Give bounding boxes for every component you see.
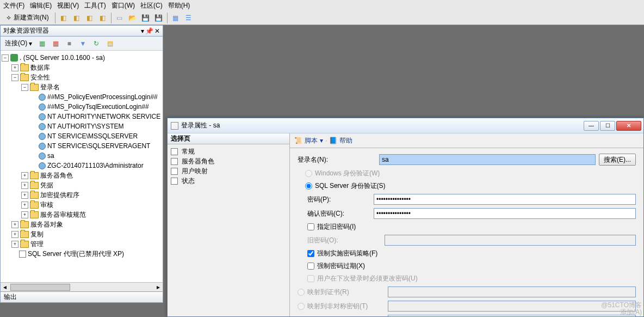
connect-button[interactable]: 连接(O) ▾ bbox=[3, 38, 34, 49]
tree-node-crypto[interactable]: +加密提供程序 bbox=[2, 190, 162, 200]
tree-login-item[interactable]: NT AUTHORITY\NETWORK SERVICE bbox=[2, 112, 162, 121]
tree-node-databases[interactable]: +数据库 bbox=[2, 63, 162, 72]
menu-file[interactable]: 文件(F) bbox=[3, 1, 24, 10]
tree-label: 加密提供程序 bbox=[40, 191, 79, 200]
script-button[interactable]: 📜脚本 ▾ bbox=[294, 136, 323, 145]
toolbar-btn-1[interactable]: ◧ bbox=[58, 12, 70, 24]
expand-icon[interactable]: + bbox=[21, 192, 28, 199]
toolbar-btn-7[interactable]: 💾 bbox=[140, 12, 152, 24]
tree-login-item[interactable]: sa bbox=[2, 151, 162, 161]
menu-view[interactable]: 视图(V) bbox=[57, 1, 79, 10]
toolbar-btn-5[interactable]: ▭ bbox=[114, 12, 126, 24]
sqlauth-radio[interactable] bbox=[305, 182, 312, 190]
tree-node-security[interactable]: −安全性 bbox=[2, 72, 162, 82]
h-scrollbar[interactable]: ◂ ▸ bbox=[1, 282, 163, 291]
tree-node-replication[interactable]: +复制 bbox=[2, 229, 162, 239]
menu-tools[interactable]: 工具(T) bbox=[84, 1, 106, 10]
dialog-title-bar[interactable]: 登录属性 - sa — ☐ ✕ bbox=[168, 118, 643, 133]
explorer-btn-1[interactable]: ▦ bbox=[36, 38, 48, 50]
scroll-thumb[interactable] bbox=[10, 284, 70, 291]
scroll-right-icon[interactable]: ▸ bbox=[154, 283, 163, 291]
object-tree[interactable]: −. (SQL Server 10.0.1600 - sa) +数据库 −安全性… bbox=[1, 51, 163, 291]
folder-icon bbox=[20, 241, 29, 248]
toolbar-btn-8[interactable]: 💾 bbox=[153, 12, 165, 24]
page-general[interactable]: 常规 bbox=[171, 147, 286, 156]
tree-login-item[interactable]: NT AUTHORITY\SYSTEM bbox=[2, 121, 162, 131]
oldpwd-label: 旧密码(O): bbox=[298, 236, 385, 245]
scroll-left-icon[interactable]: ◂ bbox=[1, 283, 9, 291]
confirm-input[interactable] bbox=[374, 208, 636, 219]
collapse-icon[interactable]: − bbox=[11, 74, 18, 81]
script-icon: 📜 bbox=[294, 137, 302, 144]
help-label: 帮助 bbox=[339, 136, 352, 145]
new-query-button[interactable]: ✧ 新建查询(N) bbox=[2, 12, 53, 24]
tree-label: 审核 bbox=[40, 200, 53, 210]
toolbar-btn-10[interactable]: ☰ bbox=[183, 12, 195, 24]
close-icon[interactable]: ✕ bbox=[154, 27, 160, 35]
tree-node-auditspec[interactable]: +服务器审核规范 bbox=[2, 210, 162, 220]
menu-edit[interactable]: 编辑(E) bbox=[30, 1, 52, 10]
expand-icon[interactable]: + bbox=[11, 231, 18, 238]
tree-login-item[interactable]: NT SERVICE\SQLSERVERAGENT bbox=[2, 141, 162, 151]
explorer-btn-2[interactable]: ▦ bbox=[49, 38, 61, 50]
maximize-button[interactable]: ☐ bbox=[600, 121, 615, 131]
expand-icon[interactable]: + bbox=[21, 182, 28, 189]
page-status[interactable]: 状态 bbox=[171, 176, 286, 186]
explorer-btn-3[interactable]: ■ bbox=[63, 38, 75, 50]
folder-icon bbox=[20, 74, 29, 81]
menu-window[interactable]: 窗口(W) bbox=[112, 1, 135, 10]
toolbar-btn-3[interactable]: ◧ bbox=[84, 12, 96, 24]
explorer-btn-6[interactable]: ▤ bbox=[104, 38, 116, 50]
tree-login-item[interactable]: ##MS_PolicyTsqlExecutionLogin## bbox=[2, 102, 162, 112]
tree-node-serverobj[interactable]: +服务器对象 bbox=[2, 220, 162, 229]
pin-icon[interactable]: 📌 bbox=[145, 27, 153, 35]
tree-login-item[interactable]: ZGC-20140711103\Administrator bbox=[2, 161, 162, 170]
close-button[interactable]: ✕ bbox=[616, 121, 641, 131]
object-explorer-title: 对象资源管理器 bbox=[3, 26, 49, 35]
mapcert-label: 映射到证书(R) bbox=[307, 288, 388, 297]
password-input[interactable] bbox=[374, 194, 636, 205]
tree-node-logins[interactable]: −登录名 bbox=[2, 82, 162, 92]
tree-login-item[interactable]: ##MS_PolicyEventProcessingLogin## bbox=[2, 92, 162, 102]
collapse-icon[interactable]: − bbox=[2, 54, 9, 62]
main-toolbar: ✧ 新建查询(N) ◧ ◧ ◧ ◧ ▭ 📂 💾 💾 ▦ ☰ bbox=[0, 11, 644, 25]
toolbar-btn-9[interactable]: ▦ bbox=[170, 12, 182, 24]
expand-icon[interactable]: + bbox=[21, 211, 28, 218]
page-label: 状态 bbox=[182, 176, 195, 186]
dialog-toolbar: 📜脚本 ▾ · 📘帮助 bbox=[290, 133, 643, 148]
help-button[interactable]: 📘帮助 bbox=[329, 136, 352, 145]
expand-icon[interactable]: + bbox=[21, 172, 28, 179]
toolbar-btn-6[interactable]: 📂 bbox=[127, 12, 139, 24]
page-usermap[interactable]: 用户映射 bbox=[171, 166, 286, 176]
expand-icon[interactable]: + bbox=[11, 241, 18, 248]
loginname-input[interactable] bbox=[379, 154, 596, 165]
minimize-button[interactable]: — bbox=[584, 121, 599, 131]
tree-node-audit[interactable]: +审核 bbox=[2, 200, 162, 210]
expand-icon[interactable]: + bbox=[11, 221, 18, 228]
tree-node-serverroles[interactable]: +服务器角色 bbox=[2, 170, 162, 180]
menu-help[interactable]: 帮助(H) bbox=[168, 1, 190, 10]
tree-node-agent[interactable]: SQL Server 代理(已禁用代理 XP) bbox=[2, 249, 162, 259]
expire-check[interactable] bbox=[307, 263, 314, 270]
tree-root[interactable]: −. (SQL Server 10.0.1600 - sa) bbox=[2, 53, 162, 63]
user-icon bbox=[39, 94, 46, 101]
enforce-check[interactable] bbox=[307, 250, 314, 257]
tree-login-item[interactable]: NT SERVICE\MSSQLSERVER bbox=[2, 131, 162, 141]
explorer-btn-5[interactable]: ↻ bbox=[90, 38, 102, 50]
explorer-btn-4[interactable]: ▼ bbox=[77, 38, 89, 50]
toolbar-btn-4[interactable]: ◧ bbox=[97, 12, 109, 24]
search-button[interactable]: 搜索(E)... bbox=[599, 154, 636, 166]
mapcred-input[interactable] bbox=[388, 315, 636, 316]
expand-icon[interactable]: + bbox=[21, 202, 28, 209]
dropdown-icon[interactable]: ▾ bbox=[141, 27, 144, 35]
specifyold-check[interactable] bbox=[307, 223, 314, 230]
expand-icon[interactable]: + bbox=[11, 64, 18, 71]
page-roles[interactable]: 服务器角色 bbox=[171, 156, 286, 166]
tree-node-credentials[interactable]: +凭据 bbox=[2, 180, 162, 190]
tree-node-management[interactable]: +管理 bbox=[2, 239, 162, 249]
collapse-icon[interactable]: − bbox=[21, 84, 28, 91]
menu-community[interactable]: 社区(C) bbox=[140, 1, 163, 10]
winauth-radio bbox=[305, 170, 312, 177]
page-label: 用户映射 bbox=[182, 167, 208, 176]
toolbar-btn-2[interactable]: ◧ bbox=[71, 12, 83, 24]
